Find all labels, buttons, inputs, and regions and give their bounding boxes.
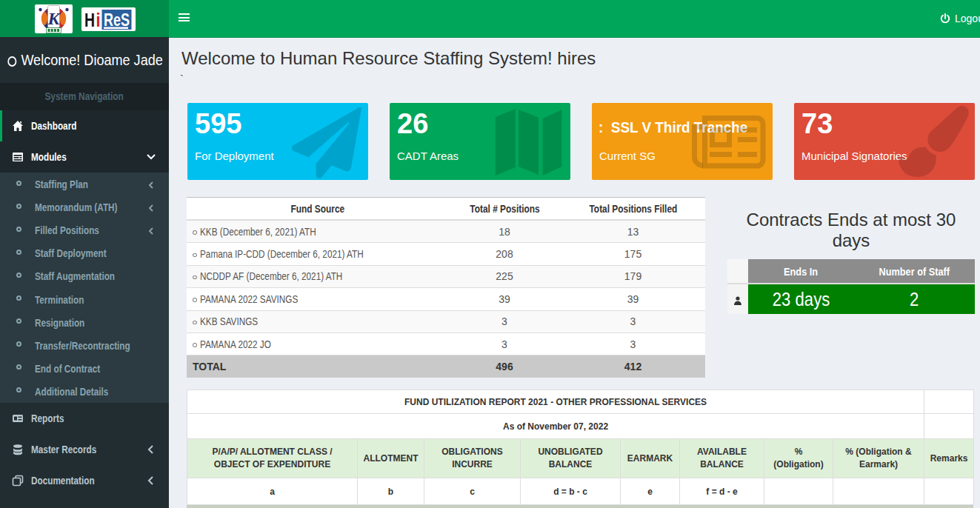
svg-text:i: i [96, 10, 101, 30]
svg-text:H: H [84, 10, 95, 30]
svg-text:ReS: ReS [104, 10, 130, 30]
svg-text:K: K [47, 9, 61, 28]
